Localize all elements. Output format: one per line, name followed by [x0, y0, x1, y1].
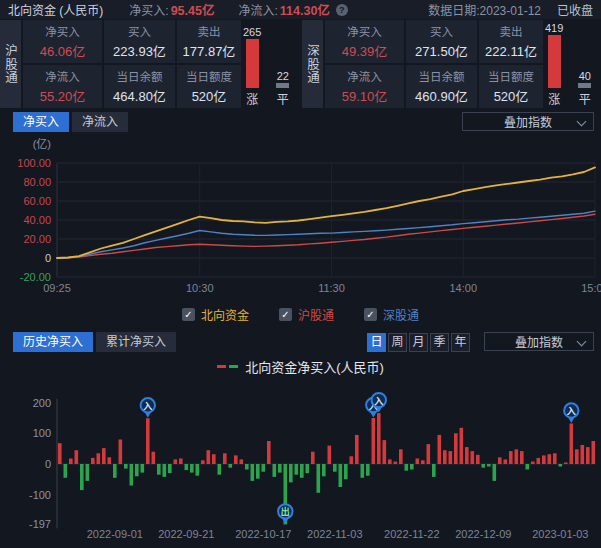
bar — [157, 464, 161, 475]
bar — [267, 441, 271, 464]
history-bar-chart: 2001000-100-1972022-09-012022-09-212022-… — [0, 372, 601, 548]
checkbox-checked-icon[interactable]: ✓ — [279, 308, 292, 321]
stat-cell: 当日余额464.80亿 — [104, 65, 175, 108]
x-axis-tick: 2022-11-03 — [307, 528, 362, 540]
overlay-index-dropdown-2[interactable]: 叠加指数 — [484, 332, 594, 351]
bar — [559, 464, 563, 467]
overlay-index-dropdown[interactable]: 叠加指数 — [462, 112, 594, 131]
breadth-label: 平 — [579, 90, 591, 107]
stat-value: 271.50亿 — [415, 41, 468, 60]
help-icon[interactable]: ? — [336, 4, 348, 16]
legend-item-深股通[interactable]: ✓深股通 — [364, 306, 419, 323]
x-axis-tick: 2023-01-03 — [532, 528, 588, 540]
bar — [449, 451, 453, 464]
buy-marker-pin: 入 — [564, 403, 578, 423]
line-series-深股通 — [57, 211, 595, 258]
tab-历史净买入[interactable]: 历史净买入 — [13, 332, 93, 352]
sh-connect-panel: 沪股通净买入46.06亿买入223.93亿卖出177.87亿净流入55.20亿当… — [0, 20, 299, 108]
bar — [201, 460, 205, 464]
checkbox-checked-icon[interactable]: ✓ — [182, 308, 195, 321]
period-button-周[interactable]: 周 — [388, 333, 407, 352]
period-button-年[interactable]: 年 — [451, 333, 470, 352]
intraday-tabs: 净买入净流入 — [13, 112, 128, 132]
bar — [102, 448, 106, 464]
bar — [416, 459, 420, 465]
bar — [586, 447, 590, 464]
bar — [218, 464, 222, 475]
overlay-index-label: 叠加指数 — [504, 113, 552, 130]
breadth-label: 涨 — [246, 90, 258, 107]
bar — [86, 464, 90, 481]
bar — [339, 464, 343, 487]
bar — [311, 452, 315, 464]
tab-净买入[interactable]: 净买入 — [13, 112, 69, 132]
period-button-日[interactable]: 日 — [367, 333, 386, 352]
bar — [130, 464, 134, 486]
stat-label: 净买入 — [347, 23, 382, 39]
tab-净流入[interactable]: 净流入 — [72, 112, 128, 132]
stat-value: 464.80亿 — [113, 86, 166, 105]
y-axis-tick: 200 — [33, 397, 51, 409]
stat-value: 49.39亿 — [342, 41, 388, 60]
checkbox-checked-icon[interactable]: ✓ — [364, 308, 377, 321]
legend-label: 沪股通 — [298, 306, 334, 323]
stat-label: 净流入 — [347, 68, 382, 84]
breadth-value: 22 — [277, 70, 289, 82]
period-button-季[interactable]: 季 — [430, 333, 449, 352]
bar — [592, 441, 596, 464]
bar — [570, 424, 574, 465]
bar — [388, 459, 392, 464]
bar — [438, 435, 442, 464]
tab-累计净买入[interactable]: 累计净买入 — [96, 332, 176, 352]
x-axis-tick: 2022-11-22 — [384, 528, 439, 540]
stat-cell: 净流入55.20亿 — [23, 65, 102, 108]
stat-cell: 买入223.93亿 — [104, 20, 175, 63]
legend-item-北向资金[interactable]: ✓北向资金 — [182, 306, 249, 323]
bar — [322, 464, 326, 476]
stat-value: 223.93亿 — [113, 41, 166, 60]
bar — [504, 459, 508, 464]
bar — [245, 464, 249, 470]
bar — [168, 464, 172, 473]
history-tabs: 历史净买入累计净买入 — [13, 332, 176, 352]
bar — [328, 446, 332, 464]
bar — [427, 444, 431, 464]
bar — [234, 455, 238, 464]
bar — [498, 457, 502, 464]
bar — [405, 464, 409, 471]
bar — [317, 464, 321, 493]
bar — [64, 464, 68, 478]
connect-name-label: 深股通 — [302, 20, 323, 108]
x-axis-tick: 2022-09-01 — [87, 528, 143, 540]
bar — [273, 464, 277, 477]
bar — [509, 451, 513, 464]
bar — [146, 418, 150, 464]
bar — [113, 464, 117, 478]
bar — [344, 464, 348, 479]
period-button-月[interactable]: 月 — [409, 333, 428, 352]
bar — [240, 459, 244, 464]
breadth-label: 涨 — [548, 90, 560, 107]
bar — [124, 464, 128, 469]
legend-item-沪股通[interactable]: ✓沪股通 — [279, 306, 334, 323]
stat-label: 买入 — [128, 23, 151, 39]
bar — [306, 464, 310, 473]
bar — [575, 449, 579, 464]
bar — [410, 464, 414, 470]
bar — [75, 450, 79, 464]
bar — [152, 452, 156, 464]
bar — [454, 433, 458, 464]
bar — [581, 445, 585, 464]
stat-value: 59.10亿 — [342, 86, 388, 105]
bar — [300, 464, 304, 478]
stat-label: 当日额度 — [186, 68, 232, 84]
stat-cell: 净流入59.10亿 — [325, 65, 404, 108]
bar — [377, 413, 381, 464]
bar — [493, 464, 497, 481]
y-axis-tick: 100.00 — [17, 157, 51, 169]
bar — [251, 464, 255, 481]
bar — [185, 464, 189, 470]
bar — [476, 455, 480, 464]
bar — [361, 464, 365, 478]
bar — [366, 464, 370, 476]
